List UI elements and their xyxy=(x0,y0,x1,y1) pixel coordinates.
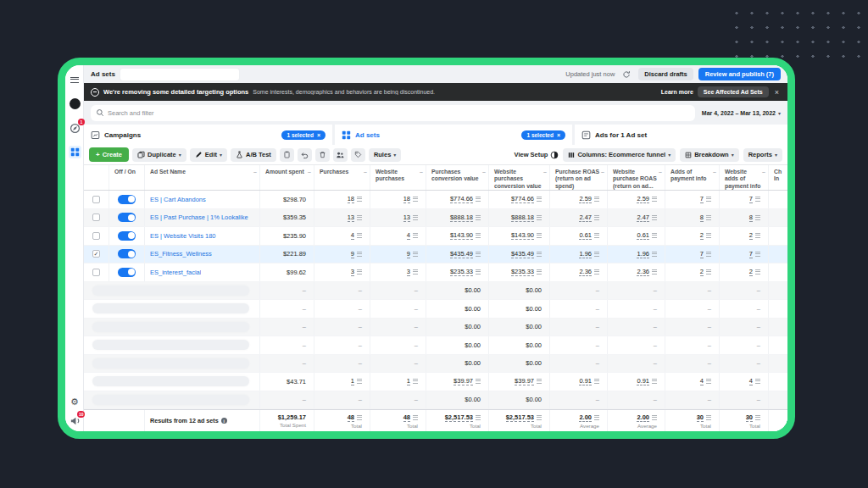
selected-count-pill[interactable]: 1 selected× xyxy=(281,130,326,140)
ad-set-name-link[interactable]: ES | Past Purchase | 1% Lookalike xyxy=(145,214,248,221)
metric-link[interactable]: $774.66 xyxy=(511,195,534,203)
info-icon[interactable] xyxy=(221,418,227,424)
ad-set-name-link[interactable]: ES_interest_facial xyxy=(145,269,201,276)
metric-link[interactable]: 2.36 xyxy=(637,268,649,276)
footer-total-value[interactable]: $2,517.53 xyxy=(445,413,481,422)
column-header[interactable]: Website adds of payment info xyxy=(720,165,769,190)
metric-link[interactable]: 0.91 xyxy=(579,377,592,385)
columns-button[interactable]: Columns: Ecommerce funnel xyxy=(563,148,676,162)
column-header[interactable]: Purchases xyxy=(314,165,370,190)
date-range-selector[interactable]: Mar 4, 2022 – Mar 13, 2022 xyxy=(702,110,781,116)
view-setup-toggle[interactable]: View Setup xyxy=(515,151,559,159)
metric-link[interactable]: 2.47 xyxy=(579,214,592,222)
footer-total-value[interactable]: 2.00 xyxy=(579,413,599,422)
row-checkbox[interactable] xyxy=(92,196,100,203)
menu-icon[interactable] xyxy=(68,73,81,86)
column-header[interactable]: Website purchase ROAS (return on ad... xyxy=(608,165,665,190)
footer-total-value[interactable]: $2,517.53 xyxy=(506,413,542,422)
ad-set-name-link[interactable]: ES | Cart Abandons xyxy=(145,196,206,203)
metric-link[interactable]: 4 xyxy=(749,377,753,385)
metric-link[interactable]: 4 xyxy=(407,231,410,240)
tag-button[interactable] xyxy=(351,148,365,162)
column-header[interactable]: Purchases conversion value xyxy=(426,165,489,190)
see-affected-button[interactable]: See Affected Ad Sets xyxy=(698,86,769,97)
metric-link[interactable]: 18 xyxy=(348,195,354,203)
ad-set-toggle[interactable] xyxy=(118,195,136,204)
metric-link[interactable]: $774.66 xyxy=(450,195,473,203)
search-input[interactable] xyxy=(108,109,690,117)
metric-link[interactable]: 1.96 xyxy=(579,250,592,258)
metric-link[interactable]: 13 xyxy=(403,214,410,222)
column-header[interactable]: Website purchases xyxy=(370,165,426,190)
metric-link[interactable]: 13 xyxy=(348,214,354,222)
footer-total-value[interactable]: 30 xyxy=(697,413,711,422)
metric-link[interactable]: $235.33 xyxy=(450,268,473,276)
create-button[interactable]: +Create xyxy=(89,147,129,162)
metric-link[interactable]: $39.97 xyxy=(453,377,473,385)
reports-button[interactable]: Reports xyxy=(743,148,782,162)
ad-set-toggle[interactable] xyxy=(118,249,136,258)
selected-count-pill[interactable]: 1 selected× xyxy=(521,130,565,140)
column-header[interactable]: Adds of payment info xyxy=(665,165,720,190)
tab-ad-sets[interactable]: Ad sets 1 selected× xyxy=(335,125,572,145)
metric-link[interactable]: 2.47 xyxy=(637,214,649,222)
ads-manager-nav-icon[interactable] xyxy=(68,145,81,158)
column-header[interactable]: Purchase ROAS (return on ad spend) xyxy=(550,165,608,190)
metric-link[interactable]: $435.49 xyxy=(450,250,473,258)
learn-more-link[interactable]: Learn more xyxy=(661,89,693,95)
compass-icon[interactable]: 1 xyxy=(68,121,81,135)
rules-button[interactable]: Rules xyxy=(369,148,401,162)
metric-link[interactable]: 0.91 xyxy=(637,377,649,385)
metric-link[interactable]: 1 xyxy=(351,377,354,385)
metric-link[interactable]: 2.59 xyxy=(579,195,592,203)
metric-link[interactable]: 2.59 xyxy=(637,195,649,203)
undo-button[interactable] xyxy=(298,148,312,162)
metric-link[interactable]: 7 xyxy=(749,250,753,258)
metric-link[interactable]: 3 xyxy=(407,268,410,276)
metric-link[interactable]: 0.61 xyxy=(579,231,592,240)
footer-total-value[interactable]: 30 xyxy=(746,413,760,422)
duplicate-button[interactable]: Duplicate xyxy=(132,148,186,162)
tab-ads[interactable]: Ads for 1 Ad set xyxy=(575,125,787,145)
metric-link[interactable]: $888.18 xyxy=(511,214,534,222)
row-checkbox[interactable] xyxy=(92,250,100,258)
ad-set-name-link[interactable]: ES_Fitness_Wellness xyxy=(145,250,212,258)
row-checkbox[interactable] xyxy=(92,232,100,240)
audience-button[interactable] xyxy=(333,148,348,162)
metric-link[interactable]: 7 xyxy=(700,250,704,258)
close-icon[interactable]: × xyxy=(773,88,781,97)
search-bar[interactable] xyxy=(91,105,695,121)
column-header[interactable]: Website purchases conversion value xyxy=(489,165,550,190)
metric-link[interactable]: $143.90 xyxy=(511,231,534,240)
metric-link[interactable]: 8 xyxy=(700,214,704,222)
ad-set-toggle[interactable] xyxy=(118,268,136,277)
metric-link[interactable]: 2 xyxy=(700,268,704,276)
delete-button[interactable] xyxy=(315,148,330,162)
ad-set-name-link[interactable]: ES | Website Visits 180 xyxy=(145,232,216,240)
refresh-icon[interactable] xyxy=(620,69,633,80)
ab-test-button[interactable]: A/B Test xyxy=(231,148,276,162)
metric-link[interactable]: 1 xyxy=(407,377,410,385)
metric-link[interactable]: 7 xyxy=(700,195,704,203)
review-publish-button[interactable]: Review and publish (7) xyxy=(698,68,781,80)
settings-gear-icon[interactable]: ⚙ xyxy=(68,395,81,408)
ad-set-toggle[interactable] xyxy=(118,231,136,241)
metric-link[interactable]: 1.96 xyxy=(637,250,649,258)
metric-link[interactable]: $143.90 xyxy=(450,231,473,240)
metric-link[interactable]: 2 xyxy=(749,268,753,276)
metric-link[interactable]: $888.18 xyxy=(450,214,473,222)
metric-link[interactable]: 2.36 xyxy=(579,268,592,276)
account-avatar[interactable] xyxy=(68,97,81,110)
ad-set-toggle[interactable] xyxy=(118,213,136,222)
metric-link[interactable]: 9 xyxy=(351,250,354,258)
metric-link[interactable]: 9 xyxy=(407,250,410,258)
breakdown-button[interactable]: Breakdown xyxy=(680,148,738,162)
pin-button[interactable] xyxy=(280,148,294,162)
column-header[interactable]: Amount spent xyxy=(260,165,314,190)
edit-button[interactable]: Edit xyxy=(190,148,227,162)
footer-total-value[interactable]: 48 xyxy=(348,413,362,422)
megaphone-icon[interactable]: 10 xyxy=(68,413,81,427)
footer-total-value[interactable]: 2.00 xyxy=(637,413,657,422)
metric-link[interactable]: $39.97 xyxy=(515,377,534,385)
metric-link[interactable]: 7 xyxy=(749,195,753,203)
